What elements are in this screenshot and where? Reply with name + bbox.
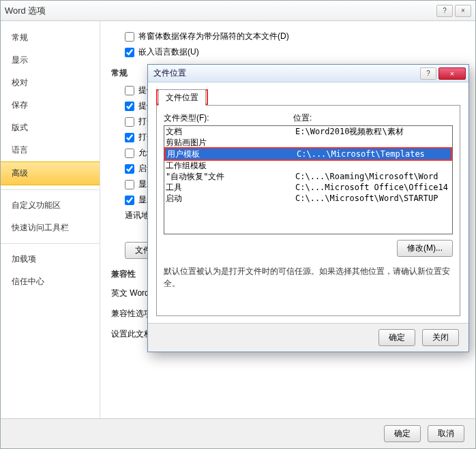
tab-strip: 文件位置: [156, 89, 460, 105]
list-item: 工具C:\...Microsoft Office\Office14: [164, 182, 452, 193]
inner-help-button[interactable]: ?: [420, 67, 436, 80]
sidebar-item-advanced[interactable]: 高级: [1, 161, 100, 185]
checkbox-partial-5[interactable]: [125, 164, 134, 174]
inner-close-button[interactable]: ×: [438, 67, 466, 80]
red-highlight-row: 用户模板C:\...\Microsoft\Templates: [164, 147, 452, 161]
list-item: 文档E:\Word2010视频教程\素材: [164, 126, 452, 137]
col-header-type: 文件类型(F):: [164, 112, 293, 124]
inner-title: 文件位置: [153, 67, 186, 79]
sidebar-item-customize-ribbon[interactable]: 自定义功能区: [1, 194, 100, 217]
tab-file-locations[interactable]: 文件位置: [158, 89, 206, 106]
checkbox-partial-2[interactable]: [125, 117, 134, 127]
label-embed-lang: 嵌入语言数据(U): [138, 46, 199, 58]
label-addr: 通讯地: [125, 210, 149, 221]
list-item: 剪贴画图片: [164, 137, 452, 148]
checkbox-partial-4[interactable]: [125, 149, 134, 158]
file-locations-dialog: 文件位置 ? × 文件位置 文件类型(F): 位置: 文档E:\Word2010…: [147, 64, 469, 352]
checkbox-partial-7[interactable]: [125, 196, 134, 205]
list-item: 工作组模板: [164, 160, 452, 171]
outer-title: Word 选项: [5, 5, 46, 17]
sidebar-item-language[interactable]: 语言: [1, 139, 100, 161]
sidebar-item-save[interactable]: 保存: [1, 94, 100, 117]
sidebar-item-addins[interactable]: 加载项: [1, 248, 100, 270]
inner-close-btn[interactable]: 关闭: [422, 329, 459, 346]
hint-text: 默认位置被认为是打开文件时的可信任源。如果选择其他位置，请确认新位置安全。: [164, 265, 453, 290]
sidebar-item-qat[interactable]: 快速访问工具栏: [1, 217, 100, 239]
checkbox-partial-6[interactable]: [125, 180, 134, 189]
label-form-data: 将窗体数据保存为带分隔符的文本文件(D): [138, 31, 289, 42]
inner-titlebar: 文件位置 ? ×: [148, 65, 468, 82]
ok-button[interactable]: 确定: [384, 425, 421, 442]
checkbox-partial-1[interactable]: [125, 102, 134, 111]
list-item-selected: 用户模板C:\...\Microsoft\Templates: [166, 149, 451, 159]
col-header-loc: 位置:: [293, 112, 312, 124]
close-button[interactable]: ×: [455, 5, 471, 17]
inner-footer: 确定 关闭: [148, 323, 468, 352]
list-item: "自动恢复"文件C:\...\Roaming\Microsoft\Word: [164, 171, 452, 182]
cancel-button[interactable]: 取消: [428, 425, 464, 442]
sidebar-item-display[interactable]: 显示: [1, 49, 100, 72]
outer-titlebar: Word 选项 ? ×: [1, 1, 475, 21]
sidebar-item-trust[interactable]: 信任中心: [1, 270, 100, 293]
modify-button[interactable]: 修改(M)...: [397, 240, 453, 257]
checkbox-form-data[interactable]: [125, 32, 134, 42]
titlebar-buttons: ? ×: [436, 5, 471, 17]
sidebar-item-general[interactable]: 常规: [1, 27, 100, 49]
inner-ok-button[interactable]: 确定: [378, 329, 415, 346]
red-highlight-tab: 文件位置: [156, 89, 208, 105]
list-item: 启动C:\...\Microsoft\Word\STARTUP: [164, 193, 452, 204]
tab-panel: 文件类型(F): 位置: 文档E:\Word2010视频教程\素材 剪贴画图片 …: [156, 105, 460, 316]
checkbox-embed-lang[interactable]: [125, 48, 134, 57]
sidebar: 常规 显示 校对 保存 版式 语言 高级 自定义功能区 快速访问工具栏 加载项 …: [1, 21, 100, 418]
file-locations-listbox[interactable]: 文档E:\Word2010视频教程\素材 剪贴画图片 用户模板C:\...\Mi…: [164, 125, 453, 234]
outer-footer: 确定 取消: [1, 418, 475, 448]
checkbox-partial-3[interactable]: [125, 133, 134, 142]
sidebar-item-proofing[interactable]: 校对: [1, 72, 100, 94]
checkbox-partial-0[interactable]: [125, 86, 134, 95]
help-button[interactable]: ?: [436, 5, 453, 17]
sidebar-item-layout[interactable]: 版式: [1, 117, 100, 139]
